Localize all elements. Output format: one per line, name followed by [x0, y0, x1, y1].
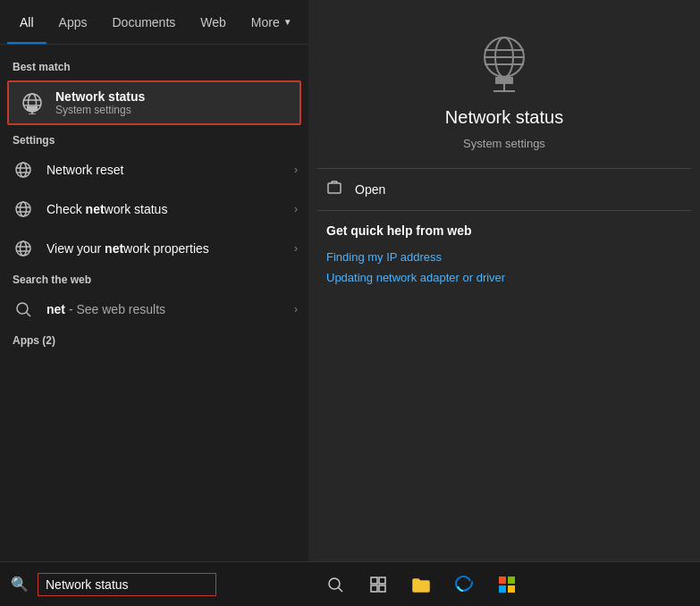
web-link-0[interactable]: Finding my IP address	[326, 247, 682, 267]
svg-rect-40	[508, 577, 515, 584]
arrow-right-icon: ›	[294, 164, 298, 176]
detail-header: Network status System settings	[308, 0, 700, 168]
best-match-title: Network status	[55, 89, 145, 104]
svg-rect-39	[499, 577, 506, 584]
search-bar-icon: 🔍	[11, 576, 29, 593]
taskbar	[308, 561, 700, 606]
tabs-bar: All Apps Documents Web More ▼ ··· ✕	[0, 0, 308, 45]
tab-documents[interactable]: Documents	[99, 0, 188, 44]
svg-point-11	[16, 202, 30, 216]
detail-title: Network status	[445, 107, 563, 128]
taskbar-edge-btn[interactable]	[446, 567, 482, 602]
svg-rect-37	[371, 585, 377, 592]
best-match-label: Best match	[0, 55, 308, 77]
svg-rect-38	[379, 585, 385, 592]
settings-network-reset[interactable]: Network reset ›	[0, 150, 308, 189]
open-icon	[326, 180, 342, 199]
settings-label: Settings	[0, 129, 308, 150]
view-network-props-label: View your network properties	[46, 241, 209, 256]
network-status-icon	[20, 90, 45, 115]
detail-subtitle: System settings	[463, 137, 545, 150]
arrow-right-icon3: ›	[294, 242, 298, 255]
tab-more[interactable]: More ▼	[239, 0, 305, 44]
search-input[interactable]	[38, 573, 216, 596]
svg-point-8	[21, 163, 27, 177]
right-panel: Network status System settings Open Get …	[308, 0, 700, 606]
search-results: Best match Network status System setting…	[0, 45, 308, 561]
svg-point-33	[329, 578, 340, 589]
svg-rect-26	[495, 77, 513, 84]
arrow-right-icon4: ›	[294, 303, 298, 316]
best-match-subtitle: System settings	[55, 104, 145, 116]
web-help-section: Get quick help from web Finding my IP ad…	[308, 211, 700, 293]
search-bar: 🔍	[0, 561, 308, 606]
detail-network-icon	[468, 27, 540, 98]
svg-rect-36	[379, 577, 385, 584]
search-web-label: Search the web	[0, 268, 308, 290]
settings-check-network[interactable]: Check network status ›	[0, 189, 308, 229]
best-match-text: Network status System settings	[55, 89, 145, 116]
web-search-item[interactable]: net - See web results ›	[0, 290, 308, 329]
arrow-right-icon2: ›	[294, 203, 298, 215]
svg-point-19	[17, 303, 28, 314]
left-panel: All Apps Documents Web More ▼ ··· ✕ Best…	[0, 0, 308, 606]
settings-view-properties[interactable]: View your network properties ›	[0, 229, 308, 268]
svg-point-12	[21, 202, 27, 216]
taskbar-store-btn[interactable]	[489, 567, 525, 602]
network-reset-icon	[11, 157, 36, 182]
tab-apps[interactable]: Apps	[46, 0, 100, 44]
svg-point-7	[16, 163, 30, 177]
svg-point-16	[21, 241, 27, 256]
taskbar-taskview-btn[interactable]	[360, 567, 396, 602]
apps-count-label: Apps (2)	[0, 329, 308, 350]
svg-line-20	[27, 313, 31, 317]
svg-rect-35	[371, 577, 377, 584]
svg-rect-4	[27, 106, 38, 111]
open-label: Open	[355, 182, 385, 197]
tab-web[interactable]: Web	[188, 0, 239, 44]
web-help-title: Get quick help from web	[326, 223, 682, 238]
svg-point-15	[16, 241, 30, 256]
tab-all[interactable]: All	[7, 0, 46, 44]
search-web-icon	[11, 297, 36, 322]
network-props-icon	[11, 236, 36, 261]
check-network-label: Check network status	[46, 202, 167, 216]
svg-rect-41	[499, 585, 506, 593]
web-search-query: net - See web results	[46, 302, 165, 316]
chevron-down-icon: ▼	[283, 17, 292, 27]
taskbar-folder-btn[interactable]	[403, 567, 439, 602]
check-network-icon	[11, 197, 36, 222]
svg-rect-29	[328, 183, 341, 193]
svg-line-34	[339, 587, 343, 592]
taskbar-search-btn[interactable]	[317, 567, 353, 602]
svg-rect-42	[508, 585, 515, 593]
web-link-1[interactable]: Updating network adapter or driver	[326, 267, 682, 288]
open-action[interactable]: Open	[308, 169, 700, 210]
network-reset-label: Network reset	[46, 163, 123, 177]
best-match-network-status[interactable]: Network status System settings	[7, 80, 301, 125]
